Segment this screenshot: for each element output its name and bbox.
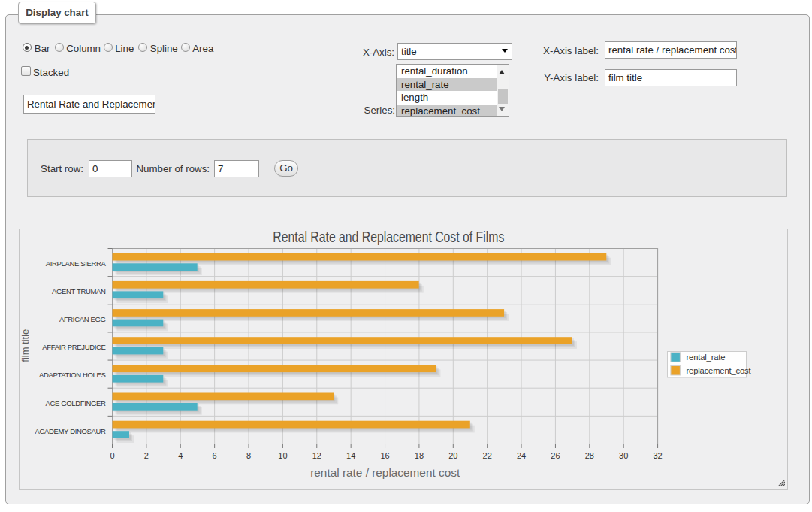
svg-text:2: 2 <box>144 451 149 460</box>
svg-text:8: 8 <box>246 451 251 460</box>
svg-text:16: 16 <box>380 451 389 460</box>
svg-text:32: 32 <box>653 451 662 460</box>
svg-text:AIRPLANE SIERRA: AIRPLANE SIERRA <box>46 259 107 268</box>
svg-text:replacement_cost: replacement_cost <box>687 366 752 375</box>
svg-text:12: 12 <box>312 451 321 460</box>
svg-text:AGENT TRUMAN: AGENT TRUMAN <box>52 287 106 295</box>
svg-text:AFRICAN EGG: AFRICAN EGG <box>59 315 106 323</box>
svg-text:24: 24 <box>517 451 526 460</box>
svg-text:4: 4 <box>178 451 183 460</box>
svg-text:18: 18 <box>415 451 424 460</box>
svg-text:30: 30 <box>619 451 628 460</box>
svg-text:26: 26 <box>551 451 560 460</box>
svg-text:rental_rate: rental_rate <box>687 353 726 362</box>
svg-text:film title: film title <box>20 329 31 362</box>
svg-text:22: 22 <box>483 451 492 460</box>
svg-text:ACADEMY DINOSAUR: ACADEMY DINOSAUR <box>35 427 106 435</box>
svg-text:0: 0 <box>110 451 114 460</box>
svg-text:ADAPTATION HOLES: ADAPTATION HOLES <box>39 371 106 379</box>
svg-text:Rental Rate and Replacement Co: Rental Rate and Replacement Cost of Film… <box>273 229 504 245</box>
svg-text:14: 14 <box>346 451 355 460</box>
svg-text:20: 20 <box>448 451 457 460</box>
svg-text:rental rate / replacement cost: rental rate / replacement cost <box>310 466 460 479</box>
svg-text:10: 10 <box>278 451 287 460</box>
svg-text:6: 6 <box>213 451 217 460</box>
svg-text:ACE GOLDFINGER: ACE GOLDFINGER <box>45 399 106 407</box>
svg-text:28: 28 <box>585 451 594 460</box>
svg-text:AFFAIR PREJUDICE: AFFAIR PREJUDICE <box>42 343 105 351</box>
